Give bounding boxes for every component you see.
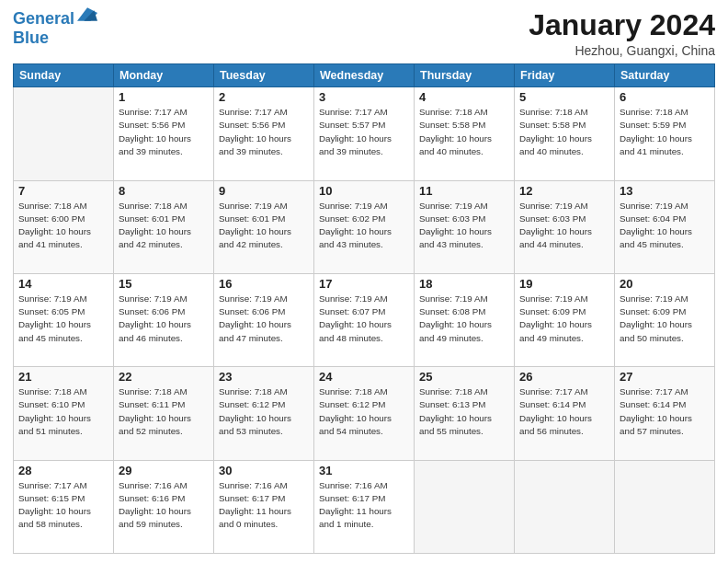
day-info: Sunrise: 7:17 AM Sunset: 6:14 PM Dayligh…: [620, 385, 710, 438]
calendar-cell: 8Sunrise: 7:18 AM Sunset: 6:01 PM Daylig…: [114, 180, 214, 273]
calendar-cell: 3Sunrise: 7:17 AM Sunset: 5:57 PM Daylig…: [314, 87, 415, 180]
calendar-cell: 12Sunrise: 7:19 AM Sunset: 6:03 PM Dayli…: [515, 180, 615, 273]
day-number: 30: [219, 464, 309, 477]
day-number: 20: [620, 277, 710, 291]
day-number: 15: [119, 277, 209, 291]
weekday-header-monday: Monday: [114, 64, 214, 87]
day-number: 24: [319, 370, 409, 384]
day-number: 4: [419, 90, 509, 104]
day-number: 19: [519, 277, 609, 291]
weekday-header-thursday: Thursday: [415, 64, 515, 87]
day-info: Sunrise: 7:17 AM Sunset: 5:57 PM Dayligh…: [319, 106, 409, 158]
day-number: 23: [219, 370, 309, 384]
calendar-cell: 2Sunrise: 7:17 AM Sunset: 5:56 PM Daylig…: [214, 87, 314, 180]
logo-line2: Blue: [13, 29, 97, 48]
day-number: 16: [219, 277, 309, 291]
day-info: Sunrise: 7:18 AM Sunset: 5:58 PM Dayligh…: [419, 106, 509, 158]
day-number: 3: [319, 90, 409, 104]
calendar-cell: 25Sunrise: 7:18 AM Sunset: 6:13 PM Dayli…: [415, 367, 515, 460]
day-info: Sunrise: 7:19 AM Sunset: 6:04 PM Dayligh…: [620, 200, 710, 252]
day-info: Sunrise: 7:17 AM Sunset: 6:14 PM Dayligh…: [519, 385, 609, 438]
day-info: Sunrise: 7:18 AM Sunset: 6:11 PM Dayligh…: [119, 385, 209, 438]
weekday-header-sunday: Sunday: [14, 64, 114, 87]
calendar-cell: 17Sunrise: 7:19 AM Sunset: 6:07 PM Dayli…: [314, 273, 415, 366]
weekday-header-row: SundayMondayTuesdayWednesdayThursdayFrid…: [14, 64, 715, 87]
day-number: 21: [18, 370, 108, 384]
day-number: 17: [319, 277, 409, 291]
calendar-page: General Blue January 2024 Hezhou, Guangx…: [0, 0, 728, 563]
calendar-week-4: 28Sunrise: 7:17 AM Sunset: 6:15 PM Dayli…: [14, 460, 715, 553]
calendar-cell: [14, 87, 114, 180]
day-number: 5: [519, 90, 609, 104]
day-info: Sunrise: 7:17 AM Sunset: 5:56 PM Dayligh…: [219, 106, 309, 158]
day-info: Sunrise: 7:19 AM Sunset: 6:05 PM Dayligh…: [18, 293, 108, 345]
calendar-cell: 15Sunrise: 7:19 AM Sunset: 6:06 PM Dayli…: [114, 273, 214, 366]
title-block: January 2024 Hezhou, Guangxi, China: [529, 9, 715, 58]
day-info: Sunrise: 7:18 AM Sunset: 5:58 PM Dayligh…: [519, 106, 609, 158]
day-number: 25: [419, 370, 509, 384]
day-number: 6: [620, 90, 710, 104]
day-info: Sunrise: 7:19 AM Sunset: 6:03 PM Dayligh…: [419, 200, 509, 252]
calendar-cell: 16Sunrise: 7:19 AM Sunset: 6:06 PM Dayli…: [214, 273, 314, 366]
day-number: 10: [319, 184, 409, 198]
weekday-header-friday: Friday: [515, 64, 615, 87]
calendar-cell: 1Sunrise: 7:17 AM Sunset: 5:56 PM Daylig…: [114, 87, 214, 180]
calendar-cell: 7Sunrise: 7:18 AM Sunset: 6:00 PM Daylig…: [14, 180, 114, 273]
logo: General Blue: [13, 9, 97, 48]
day-info: Sunrise: 7:17 AM Sunset: 5:56 PM Dayligh…: [119, 106, 209, 158]
day-info: Sunrise: 7:18 AM Sunset: 6:00 PM Dayligh…: [18, 200, 108, 252]
calendar-week-2: 14Sunrise: 7:19 AM Sunset: 6:05 PM Dayli…: [14, 273, 715, 366]
day-number: 31: [319, 464, 409, 477]
day-number: 29: [119, 464, 209, 477]
calendar-cell: 19Sunrise: 7:19 AM Sunset: 6:09 PM Dayli…: [515, 273, 615, 366]
day-info: Sunrise: 7:19 AM Sunset: 6:02 PM Dayligh…: [319, 200, 409, 252]
day-info: Sunrise: 7:18 AM Sunset: 5:59 PM Dayligh…: [620, 106, 710, 158]
calendar-cell: 4Sunrise: 7:18 AM Sunset: 5:58 PM Daylig…: [415, 87, 515, 180]
month-title: January 2024: [529, 9, 715, 41]
calendar-cell: 13Sunrise: 7:19 AM Sunset: 6:04 PM Dayli…: [615, 180, 715, 273]
day-info: Sunrise: 7:16 AM Sunset: 6:17 PM Dayligh…: [219, 479, 309, 532]
calendar-cell: 22Sunrise: 7:18 AM Sunset: 6:11 PM Dayli…: [114, 367, 214, 460]
calendar-cell: 20Sunrise: 7:19 AM Sunset: 6:09 PM Dayli…: [615, 273, 715, 366]
day-info: Sunrise: 7:18 AM Sunset: 6:01 PM Dayligh…: [119, 200, 209, 252]
calendar-body: 1Sunrise: 7:17 AM Sunset: 5:56 PM Daylig…: [14, 87, 715, 554]
calendar-cell: 11Sunrise: 7:19 AM Sunset: 6:03 PM Dayli…: [415, 180, 515, 273]
day-info: Sunrise: 7:18 AM Sunset: 6:12 PM Dayligh…: [219, 385, 309, 438]
calendar-cell: 29Sunrise: 7:16 AM Sunset: 6:16 PM Dayli…: [114, 460, 214, 553]
day-number: 9: [219, 184, 309, 198]
page-header: General Blue January 2024 Hezhou, Guangx…: [13, 9, 715, 58]
day-number: 28: [18, 464, 108, 477]
calendar-cell: 10Sunrise: 7:19 AM Sunset: 6:02 PM Dayli…: [314, 180, 415, 273]
day-number: 8: [119, 184, 209, 198]
calendar-cell: [615, 460, 715, 553]
day-info: Sunrise: 7:19 AM Sunset: 6:01 PM Dayligh…: [219, 200, 309, 252]
day-number: 26: [519, 370, 609, 384]
day-number: 1: [119, 90, 209, 104]
calendar-cell: 23Sunrise: 7:18 AM Sunset: 6:12 PM Dayli…: [214, 367, 314, 460]
calendar-cell: 14Sunrise: 7:19 AM Sunset: 6:05 PM Dayli…: [14, 273, 114, 366]
day-number: 12: [519, 184, 609, 198]
day-info: Sunrise: 7:17 AM Sunset: 6:15 PM Dayligh…: [18, 479, 108, 532]
day-number: 2: [219, 90, 309, 104]
day-info: Sunrise: 7:18 AM Sunset: 6:10 PM Dayligh…: [18, 385, 108, 438]
day-number: 27: [620, 370, 710, 384]
day-info: Sunrise: 7:19 AM Sunset: 6:08 PM Dayligh…: [419, 293, 509, 345]
calendar-cell: 31Sunrise: 7:16 AM Sunset: 6:17 PM Dayli…: [314, 460, 415, 553]
day-number: 14: [18, 277, 108, 291]
logo-text: General: [13, 10, 74, 29]
day-number: 13: [620, 184, 710, 198]
calendar-cell: 28Sunrise: 7:17 AM Sunset: 6:15 PM Dayli…: [14, 460, 114, 553]
day-number: 11: [419, 184, 509, 198]
location-title: Hezhou, Guangxi, China: [529, 43, 715, 58]
calendar-cell: 24Sunrise: 7:18 AM Sunset: 6:12 PM Dayli…: [314, 367, 415, 460]
calendar-cell: [415, 460, 515, 553]
weekday-header-tuesday: Tuesday: [214, 64, 314, 87]
day-info: Sunrise: 7:19 AM Sunset: 6:09 PM Dayligh…: [620, 293, 710, 345]
calendar-cell: 21Sunrise: 7:18 AM Sunset: 6:10 PM Dayli…: [14, 367, 114, 460]
day-info: Sunrise: 7:19 AM Sunset: 6:06 PM Dayligh…: [119, 293, 209, 345]
calendar-header: SundayMondayTuesdayWednesdayThursdayFrid…: [14, 64, 715, 87]
day-info: Sunrise: 7:19 AM Sunset: 6:03 PM Dayligh…: [519, 200, 609, 252]
day-number: 7: [18, 184, 108, 198]
calendar-cell: 5Sunrise: 7:18 AM Sunset: 5:58 PM Daylig…: [515, 87, 615, 180]
weekday-header-saturday: Saturday: [615, 64, 715, 87]
